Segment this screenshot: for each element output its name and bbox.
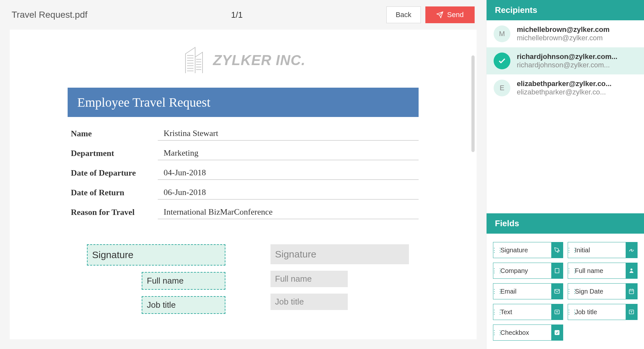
field-jobtitle[interactable]: ⋮⋮ Job title xyxy=(568,304,638,320)
value-return: 06-Jun-2018 xyxy=(158,186,419,199)
topbar-actions: Back Send xyxy=(386,6,475,23)
initial-icon xyxy=(626,242,637,258)
recipient-item[interactable]: richardjohnson@zylker.com... richardjohn… xyxy=(487,47,644,74)
text-icon xyxy=(626,304,637,320)
svg-rect-0 xyxy=(555,268,559,273)
company-header: ZYLKER INC. xyxy=(10,30,477,88)
document-title: Travel Request.pdf xyxy=(12,10,88,20)
label-name: Name xyxy=(68,127,158,141)
grip-icon: ⋮⋮ xyxy=(568,247,574,254)
send-button-label: Send xyxy=(447,11,464,19)
value-reason: International BizMarConference xyxy=(158,205,419,219)
field-initial[interactable]: ⋮⋮ Initial xyxy=(568,242,638,258)
company-name: ZYLKER INC. xyxy=(213,52,305,68)
avatar: M xyxy=(494,25,510,42)
app-root: Travel Request.pdf 1/1 Back Send xyxy=(0,0,644,349)
chip-label: Full name xyxy=(574,267,626,275)
field-email[interactable]: ⋮⋮ Email xyxy=(493,283,563,299)
row-reason: Reason for Travel International BizMarCo… xyxy=(68,205,419,219)
svg-rect-9 xyxy=(629,289,634,294)
chip-label: Signature xyxy=(499,247,551,254)
calendar-icon xyxy=(626,284,637,299)
label-reason: Reason for Travel xyxy=(68,206,158,219)
value-departure: 04-Jun-2018 xyxy=(158,166,419,180)
recipient-text: elizabethparker@zylker.co... elizabethpa… xyxy=(517,80,636,96)
svg-point-7 xyxy=(630,268,632,270)
field-checkbox[interactable]: ⋮⋮ Checkbox xyxy=(493,325,563,341)
grip-icon: ⋮⋮ xyxy=(568,308,574,315)
recipients-header: Recipients xyxy=(487,0,644,20)
field-company[interactable]: ⋮⋮ Company xyxy=(493,263,563,279)
chip-label: Text xyxy=(499,308,551,316)
spacer xyxy=(487,102,644,213)
field-signdate[interactable]: ⋮⋮ Sign Date xyxy=(568,283,638,299)
avatar-check xyxy=(494,53,510,69)
topbar: Travel Request.pdf 1/1 Back Send xyxy=(0,0,486,30)
check-icon xyxy=(498,57,506,65)
send-icon xyxy=(436,11,443,18)
placed-signature-a[interactable]: Signature xyxy=(87,244,225,266)
fields-grid: ⋮⋮ Signature ⋮⋮ Initial ⋮⋮ Company ⋮⋮ Fu xyxy=(487,234,644,349)
section-title: Employee Travel Request xyxy=(68,88,419,117)
label-departure: Date of Departure xyxy=(68,166,158,180)
grip-icon: ⋮⋮ xyxy=(493,329,499,336)
grip-icon: ⋮⋮ xyxy=(493,247,499,254)
recipient-text: michellebrown@zylker.com michellebrown@z… xyxy=(517,25,636,42)
placed-fullname-a[interactable]: Full name xyxy=(142,272,225,290)
placed-fullname-b[interactable]: Full name xyxy=(270,271,348,287)
chip-label: Job title xyxy=(574,308,626,316)
person-icon xyxy=(626,263,637,278)
recipient-text: richardjohnson@zylker.com... richardjohn… xyxy=(517,53,636,69)
chip-label: Email xyxy=(499,288,551,295)
grip-icon: ⋮⋮ xyxy=(493,288,499,295)
envelope-icon xyxy=(551,284,563,299)
scrollbar[interactable] xyxy=(471,55,475,152)
placed-signature-b[interactable]: Signature xyxy=(270,244,409,264)
side-panel: Recipients M michellebrown@zylker.com mi… xyxy=(486,0,644,349)
text-icon xyxy=(551,304,563,320)
avatar: E xyxy=(494,80,510,96)
checkbox-icon xyxy=(551,325,563,340)
row-department: Department Marketing xyxy=(68,146,419,160)
building-icon xyxy=(551,263,563,278)
chip-label: Company xyxy=(499,267,551,275)
recipient-name: michellebrown@zylker.com xyxy=(517,25,626,34)
recipient-name: elizabethparker@zylker.co... xyxy=(517,80,626,88)
chip-label: Sign Date xyxy=(574,288,626,295)
value-name: Kristina Stewart xyxy=(158,127,419,141)
label-return: Date of Return xyxy=(68,186,158,199)
field-signature[interactable]: ⋮⋮ Signature xyxy=(493,242,563,258)
chip-label: Checkbox xyxy=(499,329,551,336)
building-icon xyxy=(181,46,206,75)
recipient-item[interactable]: M michellebrown@zylker.com michellebrown… xyxy=(487,20,644,47)
fields-header: Fields xyxy=(487,213,644,234)
grip-icon: ⋮⋮ xyxy=(568,288,574,295)
fields-panel: Fields ⋮⋮ Signature ⋮⋮ Initial ⋮⋮ Compan… xyxy=(487,213,644,349)
back-button[interactable]: Back xyxy=(386,6,421,23)
form-area: Employee Travel Request Name Kristina St… xyxy=(10,88,477,314)
grip-icon: ⋮⋮ xyxy=(568,267,574,274)
send-button[interactable]: Send xyxy=(425,6,475,23)
main-panel: Travel Request.pdf 1/1 Back Send xyxy=(0,0,486,349)
placed-jobtitle-b[interactable]: Job title xyxy=(270,294,348,310)
row-return: Date of Return 06-Jun-2018 xyxy=(68,186,419,199)
placed-jobtitle-a[interactable]: Job title xyxy=(142,296,225,314)
chip-label: Initial xyxy=(574,247,626,254)
svg-rect-15 xyxy=(555,330,559,335)
row-departure: Date of Departure 04-Jun-2018 xyxy=(68,166,419,180)
field-text[interactable]: ⋮⋮ Text xyxy=(493,304,563,320)
recipient-email: richardjohnson@zylker.com... xyxy=(517,61,626,69)
field-fullname[interactable]: ⋮⋮ Full name xyxy=(568,263,638,279)
document-canvas[interactable]: ZYLKER INC. Employee Travel Request Name… xyxy=(10,30,477,339)
row-name: Name Kristina Stewart xyxy=(68,127,419,141)
page-counter: 1/1 xyxy=(88,10,386,20)
signature-area: Signature Full name Job title Signature … xyxy=(68,225,419,314)
grip-icon: ⋮⋮ xyxy=(493,267,499,274)
pen-icon xyxy=(551,242,563,258)
recipients-panel: Recipients M michellebrown@zylker.com mi… xyxy=(487,0,644,102)
recipient-email: michellebrown@zylker.com xyxy=(517,34,626,42)
signer-b-column: Signature Full name Job title xyxy=(270,244,409,314)
label-department: Department xyxy=(68,147,158,160)
value-department: Marketing xyxy=(158,146,419,160)
recipient-item[interactable]: E elizabethparker@zylker.co... elizabeth… xyxy=(487,74,644,102)
